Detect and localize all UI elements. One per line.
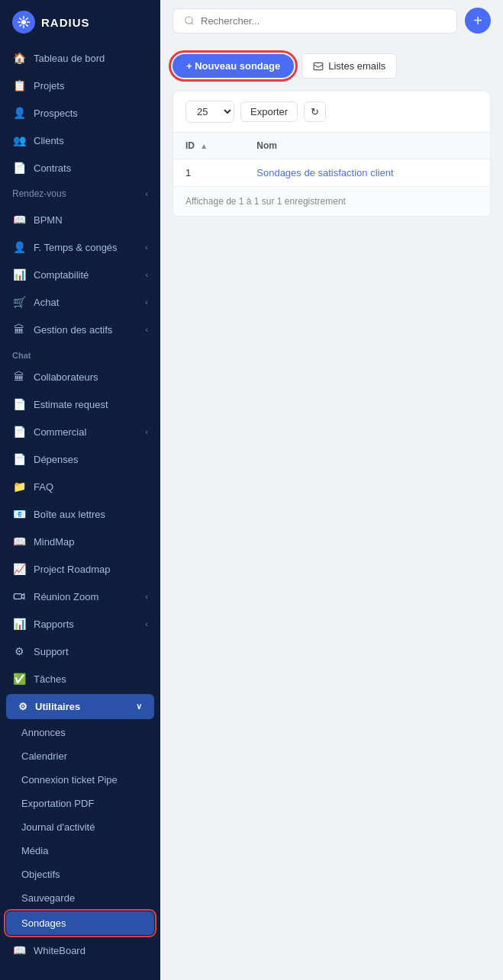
sidebar-item-reunion-zoom[interactable]: Réunion Zoom ‹: [0, 583, 160, 610]
sidebar-sub-objectifs[interactable]: Objectifs: [0, 863, 160, 886]
sidebar-sub-sauvegarde[interactable]: Sauvegarde: [0, 886, 160, 910]
chevron-icon: ‹: [145, 592, 148, 601]
sidebar-item-comptabilite[interactable]: 📊 Comptabilité ‹: [0, 261, 160, 288]
actifs-icon: 🏛: [12, 323, 26, 336]
sidebar-item-label: Dépenses: [34, 454, 79, 465]
export-button[interactable]: Exporter: [240, 101, 298, 122]
sidebar-sub-annonces[interactable]: Annonces: [0, 721, 160, 744]
sidebar-item-roadmap[interactable]: 📈 Project Roadmap: [0, 555, 160, 583]
sidebar-item-commercial[interactable]: 📄 Commercial ‹: [0, 418, 160, 445]
projets-icon: 📋: [12, 79, 26, 92]
svg-point-0: [21, 20, 26, 24]
prospects-icon: 👤: [12, 106, 26, 120]
chevron-icon: ‹: [145, 619, 148, 628]
sidebar: RADIUS 🏠 Tableau de bord 📋 Projets 👤 Pro…: [0, 0, 160, 980]
sidebar-item-mindmap[interactable]: 📖 MindMap: [0, 528, 160, 555]
sidebar-item-taches[interactable]: ✅ Tâches: [0, 665, 160, 692]
listes-emails-button[interactable]: Listes emails: [301, 53, 397, 79]
sidebar-sub-exportation-pdf[interactable]: Exportation PDF: [0, 792, 160, 815]
logo-icon: [12, 11, 35, 34]
svg-point-2: [185, 17, 192, 24]
faq-icon: 📁: [12, 480, 26, 493]
sidebar-item-label: MindMap: [34, 536, 74, 548]
sub-item-label: Calendrier: [21, 750, 67, 762]
estimate-icon: 📄: [12, 397, 26, 411]
sidebar-item-estimate[interactable]: 📄 Estimate request: [0, 390, 160, 418]
sidebar-item-rapports[interactable]: 📊 Rapports ‹: [0, 610, 160, 638]
refresh-button[interactable]: ↻: [304, 101, 326, 122]
chevron-down-icon: ∨: [136, 702, 142, 712]
search-input[interactable]: [201, 15, 446, 27]
sidebar-item-prospects[interactable]: 👤 Prospects: [0, 99, 160, 127]
sidebar-item-projets[interactable]: 📋 Projets: [0, 72, 160, 99]
sidebar-item-rendez-vous[interactable]: Rendez-vous ‹: [0, 182, 160, 206]
sidebar-item-label: Boîte aux lettres: [34, 509, 105, 520]
sidebar-item-achat[interactable]: 🛒 Achat ‹: [0, 288, 160, 316]
cell-nom: Sondages de satisfaction client: [244, 159, 490, 187]
sub-item-label: Journal d'activité: [21, 821, 95, 833]
email-list-icon: [313, 61, 324, 72]
achat-icon: 🛒: [12, 295, 26, 309]
sidebar-item-label: Estimate request: [34, 399, 108, 410]
support-icon: ⚙: [12, 644, 26, 658]
sidebar-item-utilitaires[interactable]: ⚙ Utilitaires ∨: [6, 694, 154, 719]
sidebar-item-clients[interactable]: 👥 Clients: [0, 127, 160, 154]
sidebar-item-temps-conges[interactable]: 👤 F. Temps & congés ‹: [0, 233, 160, 261]
sidebar-item-label: Commercial: [34, 426, 86, 438]
sidebar-item-label: Utilitaires: [35, 701, 80, 712]
bpmn-icon: 📖: [12, 213, 26, 227]
global-add-button[interactable]: +: [465, 8, 491, 34]
whiteboard-icon: 📖: [12, 943, 26, 957]
home-icon: 🏠: [12, 51, 26, 65]
sort-icon[interactable]: ▲: [200, 142, 208, 150]
chevron-icon: ‹: [145, 297, 148, 307]
sidebar-item-collaborateurs[interactable]: 🏛 Collaborateurs: [0, 363, 160, 390]
sub-item-label: Média: [21, 845, 48, 856]
sidebar-item-label: Project Roadmap: [34, 564, 110, 575]
roadmap-icon: 📈: [12, 562, 26, 576]
chevron-icon: ‹: [145, 270, 148, 279]
nouveau-sondage-button[interactable]: + Nouveau sondage: [173, 54, 294, 78]
chevron-icon: ‹: [145, 243, 148, 252]
sidebar-item-whiteboard[interactable]: 📖 WhiteBoard: [0, 937, 160, 964]
sidebar-item-label: Collaborateurs: [34, 371, 98, 383]
sub-item-label: Sauvegarde: [21, 892, 75, 904]
commercial-icon: 📄: [12, 425, 26, 439]
rapports-icon: 📊: [12, 617, 26, 631]
sidebar-sub-journal[interactable]: Journal d'activité: [0, 815, 160, 839]
sidebar-item-gestion-actifs[interactable]: 🏛 Gestion des actifs ‹: [0, 316, 160, 343]
collaborateurs-icon: 🏛: [12, 370, 26, 384]
sidebar-item-support[interactable]: ⚙ Support: [0, 638, 160, 665]
sidebar-item-label: FAQ: [34, 481, 53, 493]
sidebar-item-label: Projets: [34, 80, 64, 92]
sidebar-item-bpmn[interactable]: 📖 BPMN: [0, 206, 160, 233]
logo[interactable]: RADIUS: [0, 0, 160, 44]
sidebar-item-contrats[interactable]: 📄 Contrats: [0, 154, 160, 182]
search-icon: [184, 15, 195, 26]
sidebar-sub-sondages[interactable]: Sondages: [6, 911, 154, 935]
logo-text: RADIUS: [41, 16, 90, 29]
sidebar-item-tableau-de-bord[interactable]: 🏠 Tableau de bord: [0, 44, 160, 72]
topbar: +: [160, 0, 503, 41]
sub-item-label: Sondages: [21, 917, 66, 929]
svg-rect-1: [14, 594, 21, 599]
sidebar-item-depenses[interactable]: 📄 Dépenses: [0, 445, 160, 473]
sidebar-item-label: Tableau de bord: [34, 53, 105, 64]
sidebar-item-boite[interactable]: 📧 Boîte aux lettres: [0, 500, 160, 528]
sidebar-sub-calendrier[interactable]: Calendrier: [0, 744, 160, 768]
sidebar-sub-media[interactable]: Média: [0, 839, 160, 863]
per-page-select[interactable]: 25 50 100: [185, 101, 234, 123]
sidebar-item-faq[interactable]: 📁 FAQ: [0, 473, 160, 500]
mindmap-icon: 📖: [12, 535, 26, 548]
chevron-left-icon: ‹: [145, 189, 148, 198]
sidebar-sub-connexion-ticket[interactable]: Connexion ticket Pipe: [0, 768, 160, 792]
sub-item-label: Exportation PDF: [21, 798, 94, 809]
sidebar-item-label: Gestion des actifs: [34, 324, 112, 336]
chevron-icon: ‹: [145, 325, 148, 334]
search-box[interactable]: [173, 8, 457, 34]
sidebar-item-label: Tâches: [34, 673, 66, 685]
col-nom: Nom: [244, 133, 490, 159]
table-controls: 25 50 100 Exporter ↻: [173, 92, 490, 133]
sidebar-item-label: BPMN: [34, 214, 63, 226]
sondage-link[interactable]: Sondages de satisfaction client: [256, 167, 393, 178]
